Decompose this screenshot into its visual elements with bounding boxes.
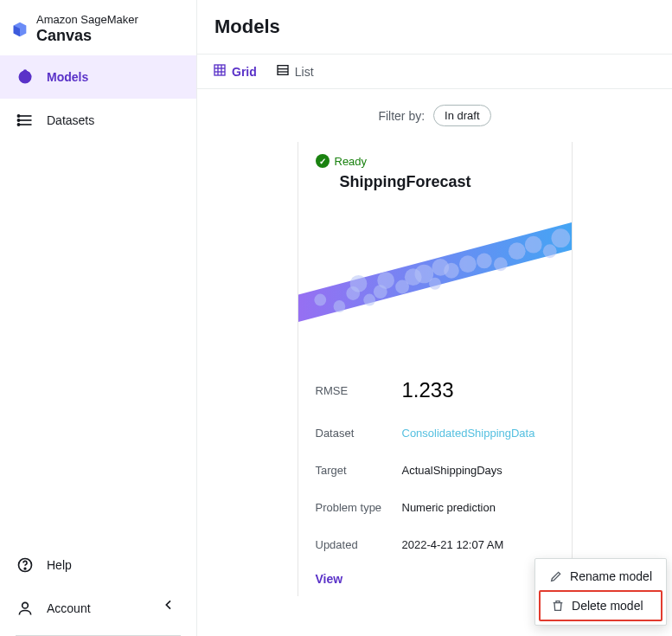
filter-label: Filter by: bbox=[378, 109, 425, 123]
metric-value: 1.233 bbox=[402, 378, 454, 402]
sidebar-item-label: Models bbox=[47, 70, 88, 84]
svg-point-8 bbox=[17, 119, 19, 121]
rename-model-button[interactable]: Rename model bbox=[539, 562, 662, 590]
svg-point-22 bbox=[314, 294, 326, 306]
account-icon bbox=[16, 599, 35, 618]
main-content: Models Grid List Filter by: In draft ✓ R… bbox=[197, 0, 672, 636]
sidebar-item-datasets[interactable]: Datasets bbox=[0, 99, 196, 142]
models-icon bbox=[16, 67, 35, 87]
svg-point-12 bbox=[22, 602, 29, 608]
svg-rect-18 bbox=[278, 66, 288, 75]
svg-rect-13 bbox=[214, 65, 225, 75]
svg-point-3 bbox=[24, 70, 27, 73]
status-label: Ready bbox=[335, 155, 368, 168]
status-badge: ✓ Ready bbox=[316, 154, 554, 168]
view-button[interactable]: View bbox=[316, 572, 343, 586]
grid-icon bbox=[213, 63, 227, 80]
filter-chip[interactable]: In draft bbox=[433, 105, 490, 126]
sagemaker-logo-icon bbox=[10, 20, 29, 39]
sidebar-item-label: Help bbox=[47, 558, 72, 572]
trash-icon bbox=[551, 599, 565, 613]
svg-point-36 bbox=[476, 254, 491, 269]
product-name: Amazon SageMaker bbox=[36, 14, 138, 27]
delete-model-button[interactable]: Delete model bbox=[539, 590, 662, 621]
svg-point-40 bbox=[542, 244, 556, 258]
tab-label: List bbox=[295, 65, 314, 79]
tab-list[interactable]: List bbox=[276, 63, 314, 80]
svg-point-25 bbox=[349, 275, 367, 292]
filter-bar: Filter by: In draft bbox=[197, 89, 672, 142]
sidebar-header: Amazon SageMaker Canvas bbox=[0, 0, 196, 55]
svg-point-9 bbox=[17, 124, 19, 125]
svg-point-38 bbox=[508, 242, 525, 260]
check-circle-icon: ✓ bbox=[316, 154, 330, 168]
sidebar: Amazon SageMaker Canvas Models Datasets … bbox=[0, 0, 197, 636]
svg-point-34 bbox=[444, 263, 459, 279]
svg-point-26 bbox=[363, 294, 375, 306]
svg-point-41 bbox=[551, 228, 570, 247]
sidebar-item-models[interactable]: Models bbox=[0, 55, 196, 99]
target-row: Target ActualShippingDays bbox=[316, 452, 554, 489]
svg-point-28 bbox=[377, 272, 394, 289]
model-chart bbox=[298, 198, 572, 363]
datasets-icon bbox=[16, 111, 35, 130]
sidebar-item-help[interactable]: Help bbox=[0, 543, 196, 587]
svg-point-39 bbox=[524, 236, 541, 254]
app-name: Canvas bbox=[36, 27, 138, 45]
svg-point-11 bbox=[24, 568, 26, 569]
metric-row: RMSE 1.233 bbox=[316, 366, 554, 414]
metric-key: RMSE bbox=[316, 384, 402, 397]
list-icon bbox=[276, 63, 290, 80]
help-icon bbox=[16, 556, 35, 575]
pencil-icon bbox=[549, 569, 563, 583]
problem-row: Problem type Numeric prediction bbox=[316, 489, 554, 526]
svg-point-7 bbox=[17, 115, 19, 117]
view-mode-tabs: Grid List bbox=[197, 54, 672, 89]
svg-point-23 bbox=[333, 300, 345, 312]
page-header: Models bbox=[197, 0, 672, 54]
sidebar-item-label: Account bbox=[47, 601, 91, 615]
collapse-sidebar-button[interactable] bbox=[162, 598, 176, 615]
dataset-row: Dataset ConsolidatedShippingData bbox=[316, 414, 554, 452]
tab-grid[interactable]: Grid bbox=[213, 63, 257, 80]
tab-label: Grid bbox=[232, 65, 257, 79]
model-name: ShippingForecast bbox=[340, 173, 554, 191]
svg-point-32 bbox=[429, 278, 441, 290]
model-card[interactable]: ✓ Ready ShippingForecast RMSE 1.2 bbox=[298, 142, 573, 596]
dataset-link[interactable]: ConsolidatedShippingData bbox=[402, 427, 535, 440]
page-title: Models bbox=[214, 16, 655, 38]
context-menu: Rename model Delete model bbox=[534, 558, 667, 626]
updated-row: Updated 2022-4-21 12:07 AM bbox=[316, 526, 554, 563]
svg-point-37 bbox=[493, 257, 507, 271]
svg-point-35 bbox=[459, 255, 477, 273]
sidebar-item-label: Datasets bbox=[47, 113, 94, 127]
